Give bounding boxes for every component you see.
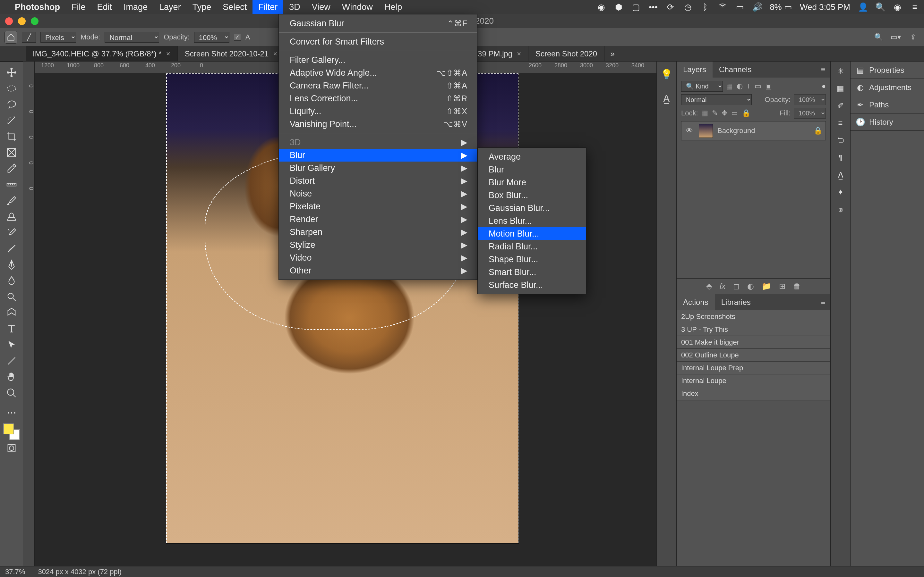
menu-item-blur-basic[interactable]: Blur (478, 163, 586, 176)
document-tab[interactable]: Screen Shot 2020-10-21 × (178, 46, 284, 61)
menu-type[interactable]: Type (187, 0, 217, 14)
layer-fill-value[interactable]: 100% (794, 108, 826, 119)
dropbox-icon[interactable]: ⬢ (614, 2, 624, 12)
minimize-window-button[interactable] (18, 17, 26, 25)
filter-shape-icon[interactable]: ▭ (754, 82, 761, 90)
lock-all-icon[interactable]: 🔒 (742, 109, 750, 117)
siri-icon[interactable]: ◉ (893, 2, 902, 12)
menu-item-blur[interactable]: Blur▶ (279, 149, 477, 161)
color-panel-icon[interactable]: ✳ (837, 67, 844, 76)
action-row[interactable]: 3 UP - Try This (677, 323, 830, 336)
document-info[interactable]: 3024 px x 4032 px (72 ppi) (38, 568, 121, 576)
adjustment-layer-icon[interactable]: ◐ (747, 282, 754, 291)
menu-item-average[interactable]: Average (478, 150, 586, 163)
bluetooth-icon[interactable]: ᛒ (700, 2, 710, 12)
menu-item-lens-blur[interactable]: Lens Blur... (478, 214, 586, 227)
display-icon[interactable]: ▭ (735, 2, 745, 12)
document-tab[interactable]: Screen Shot 2020 (528, 46, 604, 61)
character-panel-icon[interactable]: A̲ (838, 171, 843, 179)
styles-panel-icon[interactable]: ✦ (837, 188, 844, 197)
menu-item-video[interactable]: Video▶ (279, 251, 477, 264)
crop-tool[interactable] (3, 129, 21, 145)
paths-panel-tab[interactable]: ✒Paths (851, 96, 924, 113)
foreground-color-swatch[interactable] (3, 424, 14, 434)
tool-preset-picker[interactable]: ╱ (22, 32, 36, 43)
zoom-tool[interactable] (3, 385, 21, 401)
layer-opacity-value[interactable]: 100% (794, 94, 826, 105)
ruler-origin[interactable] (23, 61, 35, 73)
marquee-tool[interactable] (3, 81, 21, 97)
close-tab-icon[interactable]: × (273, 50, 277, 58)
notification-center-icon[interactable]: ≡ (910, 2, 919, 12)
menu-item-motion-blur[interactable]: Motion Blur... (478, 227, 586, 240)
user-icon[interactable]: 👤 (858, 2, 867, 12)
menu-file[interactable]: File (66, 0, 91, 14)
menu-item-shape-blur[interactable]: Shape Blur... (478, 253, 586, 266)
lock-artboard-icon[interactable]: ▭ (731, 109, 738, 117)
menu-item-sharpen[interactable]: Sharpen▶ (279, 226, 477, 239)
action-row[interactable]: 001 Make it bigger (677, 336, 830, 349)
menu-layer[interactable]: Layer (153, 0, 187, 14)
document-tab[interactable]: 39 PM.jpg × (471, 46, 528, 61)
workspace-switcher[interactable]: ▭▾ (889, 31, 902, 44)
hand-tool[interactable] (3, 369, 21, 385)
layer-mask-icon[interactable]: ◻ (733, 282, 740, 291)
menu-item-convert-smart[interactable]: Convert for Smart Filters (279, 35, 477, 48)
menu-item-distort[interactable]: Distort▶ (279, 174, 477, 187)
delete-layer-icon[interactable]: 🗑 (793, 282, 801, 291)
anti-alias-checkbox[interactable]: ✓ (234, 34, 241, 41)
type-tool[interactable] (3, 321, 21, 337)
actions-tab[interactable]: Actions (677, 294, 715, 310)
layers-tab[interactable]: Layers (677, 61, 712, 77)
zoom-level[interactable]: 37.7% (5, 568, 25, 576)
menu-item-render[interactable]: Render▶ (279, 213, 477, 226)
history-brush-tool[interactable] (3, 225, 21, 241)
layer-locked-icon[interactable]: 🔒 (814, 127, 822, 135)
move-tool[interactable] (3, 64, 21, 81)
document-tab[interactable]: IMG_3400.HEIC @ 37.7% (RGB/8*) * × (26, 46, 178, 61)
adjustments-panel-tab[interactable]: ◐Adjustments (851, 79, 924, 96)
clone-stamp-tool[interactable] (3, 209, 21, 225)
action-row[interactable]: 2Up Screenshots (677, 310, 830, 323)
action-row[interactable]: 002 Outline Loupe (677, 349, 830, 362)
color-swatches[interactable] (3, 424, 20, 440)
action-row[interactable]: Index (677, 387, 830, 400)
zoom-window-button[interactable] (31, 17, 39, 25)
menu-item-gaussian-blur[interactable]: Gaussian Blur... (478, 201, 586, 214)
lock-image-icon[interactable]: ✎ (712, 109, 718, 117)
menu-filter[interactable]: Filter (252, 0, 283, 14)
brush-settings-icon[interactable]: ≡ (838, 119, 843, 127)
link-layers-icon[interactable]: ⬘ (706, 282, 712, 291)
menu-3d[interactable]: 3D (283, 0, 306, 14)
menu-item-adaptive-wide-angle[interactable]: Adaptive Wide Angle...⌥⇧⌘A (279, 66, 477, 79)
quick-mask-toggle[interactable] (3, 440, 21, 456)
menu-item-blur-gallery[interactable]: Blur Gallery▶ (279, 161, 477, 174)
spotlight-icon[interactable]: 🔍 (875, 2, 885, 12)
vertical-ruler[interactable]: 00000 (23, 73, 35, 566)
layer-filter-kind[interactable]: 🔍 Kind (681, 81, 723, 92)
panel-menu-icon[interactable]: ≡ (816, 294, 830, 310)
layer-visibility-icon[interactable]: 👁 (685, 127, 694, 135)
history-panel-tab[interactable]: 🕑History (851, 113, 924, 131)
blend-mode-select[interactable]: Normal (105, 32, 159, 43)
tab-overflow-button[interactable]: » (604, 46, 620, 61)
menu-item-vanishing-point[interactable]: Vanishing Point...⌥⌘V (279, 118, 477, 131)
brushes-panel-icon[interactable]: ✐ (837, 101, 844, 110)
paragraph-panel-icon[interactable]: ¶ (838, 153, 843, 162)
line-tool[interactable] (3, 353, 21, 369)
3d-panel-icon[interactable]: ⎈ (838, 205, 843, 214)
share-icon[interactable]: ⇪ (907, 31, 919, 44)
search-icon[interactable]: 🔍 (872, 31, 885, 44)
menu-item-radial-blur[interactable]: Radial Blur... (478, 240, 586, 253)
close-tab-icon[interactable]: × (166, 50, 170, 58)
artboard-tool[interactable] (3, 305, 21, 321)
menu-edit[interactable]: Edit (91, 0, 118, 14)
volume-icon[interactable]: 🔊 (752, 2, 762, 12)
action-row[interactable]: Internal Loupe Prep (677, 362, 830, 374)
menu-item-pixelate[interactable]: Pixelate▶ (279, 200, 477, 213)
channels-tab[interactable]: Channels (712, 61, 758, 77)
clone-source-icon[interactable]: ⮌ (837, 136, 845, 145)
menu-item-lens-correction[interactable]: Lens Correction...⇧⌘R (279, 92, 477, 105)
swatches-panel-icon[interactable]: ▦ (837, 84, 844, 93)
close-tab-icon[interactable]: × (517, 50, 521, 58)
